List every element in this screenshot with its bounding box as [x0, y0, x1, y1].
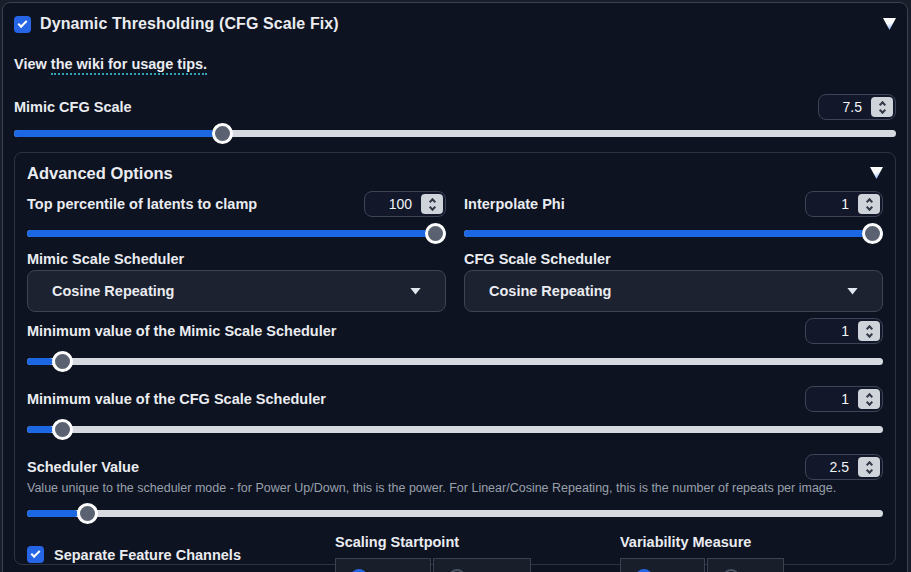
slider-track[interactable] — [27, 230, 446, 237]
interpolate-phi-spinner[interactable] — [858, 194, 880, 214]
min-cfg-label: Minimum value of the CFG Scale Scheduler — [27, 391, 326, 407]
slider-track[interactable] — [27, 426, 883, 433]
scheduler-value-row: Scheduler Value 2.5 — [27, 454, 883, 480]
mimic-cfg-scale-slider[interactable] — [14, 123, 896, 144]
spinner-down-icon[interactable] — [865, 203, 872, 210]
slider-fill — [27, 426, 53, 433]
scheduler-value-spinner[interactable] — [858, 457, 880, 477]
mimic-scale-scheduler-select[interactable]: Cosine Repeating — [27, 270, 446, 312]
radio-option-std[interactable]: STD — [620, 558, 705, 572]
radio-option-zero[interactable]: ZERO — [335, 558, 431, 572]
check-icon — [31, 548, 41, 558]
slider-track[interactable] — [14, 130, 896, 137]
radio-icon — [636, 569, 652, 572]
cfg-scheduler-column: CFG Scale Scheduler Cosine Repeating — [464, 251, 883, 312]
dynamic-thresholding-enable-checkbox[interactable] — [14, 16, 31, 33]
interpolate-phi-slider[interactable] — [464, 223, 883, 244]
separate-feature-channels-checkbox[interactable] — [27, 546, 44, 563]
slider-track[interactable] — [464, 230, 883, 237]
min-mimic-label: Minimum value of the Mimic Scale Schedul… — [27, 323, 336, 339]
scaling-startpoint-label: Scaling Startpoint — [335, 534, 531, 550]
mimic-cfg-scale-value: 7.5 — [843, 99, 862, 115]
slider-fill — [14, 130, 217, 137]
slider-thumb[interactable] — [212, 123, 233, 144]
min-cfg-slider[interactable] — [27, 419, 883, 440]
spinner-down-icon[interactable] — [865, 398, 872, 405]
advanced-options-header: Advanced Options — [27, 163, 883, 183]
spinner-down-icon[interactable] — [428, 203, 435, 210]
clamp-phi-row: Top percentile of latents to clamp 100 — [27, 191, 883, 244]
scheduler-value-slider[interactable] — [27, 503, 883, 524]
slider-thumb[interactable] — [52, 419, 73, 440]
min-mimic-spinner[interactable] — [858, 321, 880, 341]
mimic-cfg-scale-row: Mimic CFG Scale 7.5 — [14, 94, 896, 120]
wiki-hint-line: View the wiki for usage tips. — [14, 56, 896, 72]
wiki-prefix-text: View — [14, 56, 51, 72]
min-mimic-slider[interactable] — [27, 351, 883, 372]
min-cfg-row: Minimum value of the CFG Scale Scheduler… — [27, 386, 883, 412]
top-percentile-spinner[interactable] — [421, 194, 443, 214]
min-cfg-spinner[interactable] — [858, 389, 880, 409]
collapse-advanced-icon[interactable] — [870, 167, 883, 179]
mimic-cfg-scale-label: Mimic CFG Scale — [14, 99, 132, 115]
top-percentile-slider[interactable] — [27, 223, 446, 244]
interpolate-phi-row: Interpolate Phi 1 — [464, 191, 883, 217]
radio-option-ad[interactable]: AD — [707, 558, 784, 572]
chevron-down-icon — [410, 288, 421, 295]
slider-thumb[interactable] — [77, 503, 98, 524]
separate-feature-channels-row: Separate Feature Channels — [27, 546, 241, 563]
advanced-options-panel: Advanced Options Top percentile of laten… — [14, 152, 896, 565]
slider-track[interactable] — [27, 358, 883, 365]
scheduler-value-description: Value unique to the scheduler mode - for… — [27, 481, 883, 495]
slider-thumb[interactable] — [862, 223, 883, 244]
collapse-panel-icon[interactable] — [883, 18, 896, 30]
interpolate-phi-label: Interpolate Phi — [464, 196, 565, 212]
radio-option-mean[interactable]: MEAN — [433, 558, 531, 572]
slider-fill — [27, 510, 78, 517]
slider-track[interactable] — [27, 510, 883, 517]
variability-measure-options: STD AD — [620, 558, 784, 572]
wiki-link[interactable]: the wiki for usage tips. — [51, 56, 207, 75]
scheduler-value-input[interactable]: 2.5 — [805, 454, 883, 480]
scaling-startpoint-options: ZERO MEAN — [335, 558, 531, 572]
interpolate-phi-column: Interpolate Phi 1 — [464, 191, 883, 244]
interpolate-phi-value: 1 — [841, 196, 849, 212]
min-cfg-input[interactable]: 1 — [805, 386, 883, 412]
panel-header: Dynamic Thresholding (CFG Scale Fix) — [14, 15, 896, 33]
mimic-scheduler-column: Mimic Scale Scheduler Cosine Repeating — [27, 251, 446, 312]
slider-fill — [27, 230, 446, 237]
spinner-down-icon[interactable] — [865, 466, 872, 473]
slider-fill — [27, 358, 53, 365]
top-percentile-row: Top percentile of latents to clamp 100 — [27, 191, 446, 217]
spinner-down-icon[interactable] — [865, 330, 872, 337]
cfg-scale-scheduler-label: CFG Scale Scheduler — [464, 251, 883, 267]
variability-measure-group: Variability Measure STD AD — [620, 534, 784, 572]
mimic-cfg-scale-input[interactable]: 7.5 — [818, 94, 896, 120]
cfg-scale-scheduler-select[interactable]: Cosine Repeating — [464, 270, 883, 312]
scheduler-selects-row: Mimic Scale Scheduler Cosine Repeating C… — [27, 251, 883, 312]
slider-thumb[interactable] — [425, 223, 446, 244]
min-mimic-value: 1 — [841, 323, 849, 339]
radio-icon — [449, 569, 465, 572]
cfg-scale-scheduler-value: Cosine Repeating — [489, 283, 611, 299]
scheduler-value-label: Scheduler Value — [27, 459, 139, 475]
separate-feature-channels-label: Separate Feature Channels — [54, 547, 241, 563]
spinner-down-icon[interactable] — [878, 106, 885, 113]
chevron-down-icon — [847, 288, 858, 295]
radio-icon — [351, 569, 367, 572]
top-percentile-column: Top percentile of latents to clamp 100 — [27, 191, 446, 244]
min-mimic-input[interactable]: 1 — [805, 318, 883, 344]
top-percentile-label: Top percentile of latents to clamp — [27, 196, 257, 212]
slider-fill — [464, 230, 883, 237]
slider-thumb[interactable] — [52, 351, 73, 372]
top-percentile-value: 100 — [389, 196, 412, 212]
advanced-bottom-row: Separate Feature Channels Scaling Startp… — [27, 534, 883, 572]
scheduler-value-value: 2.5 — [830, 459, 849, 475]
top-percentile-input[interactable]: 100 — [364, 191, 446, 217]
advanced-options-title: Advanced Options — [27, 164, 173, 183]
scaling-startpoint-group: Scaling Startpoint ZERO MEAN — [335, 534, 531, 572]
mimic-cfg-scale-spinner[interactable] — [871, 97, 893, 117]
variability-measure-label: Variability Measure — [620, 534, 784, 550]
min-mimic-row: Minimum value of the Mimic Scale Schedul… — [27, 318, 883, 344]
interpolate-phi-input[interactable]: 1 — [805, 191, 883, 217]
